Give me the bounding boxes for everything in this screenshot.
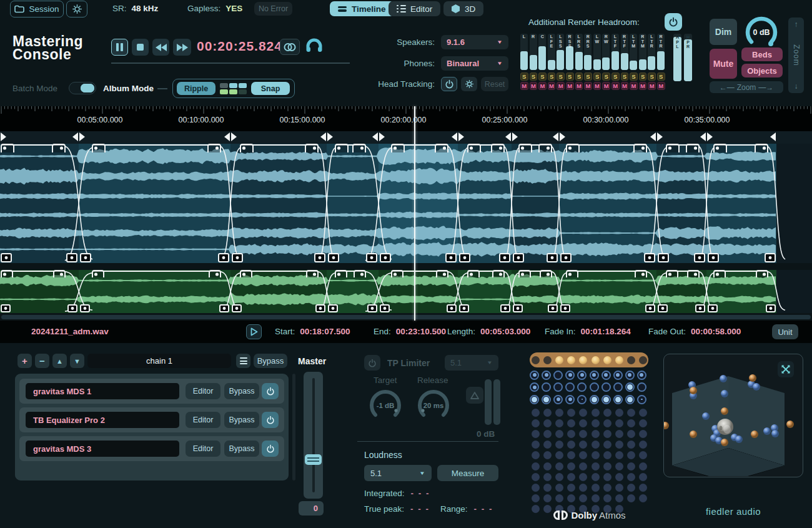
solo-button[interactable]: S: [648, 72, 656, 81]
solo-button[interactable]: S: [530, 72, 538, 81]
plugin-power-button[interactable]: [262, 412, 279, 428]
plugin-name[interactable]: gravitas MDS 3: [26, 441, 179, 457]
stop-button[interactable]: [132, 39, 149, 56]
unit-marker[interactable]: [505, 132, 518, 141]
timeline-ruler[interactable]: 00:05:00.00000:10:00.00000:15:00.00000:2…: [0, 106, 812, 131]
playhead[interactable]: [414, 106, 415, 321]
clip-filename[interactable]: 20241211_adm.wav: [31, 327, 109, 336]
pause-button[interactable]: [111, 39, 128, 56]
session-button[interactable]: Session: [10, 1, 64, 17]
chain-name-field[interactable]: chain 1: [87, 354, 231, 368]
ripple-button[interactable]: Ripple: [177, 82, 215, 95]
tab-3d[interactable]: 3D: [443, 1, 483, 16]
plugin-editor-button[interactable]: Editor: [186, 383, 220, 399]
limiter-character-button[interactable]: [466, 387, 483, 404]
tab-editor[interactable]: Editor: [389, 1, 440, 16]
clip-end-field[interactable]: End: 00:23:10.500: [374, 327, 446, 336]
unit-marker[interactable]: [320, 132, 333, 141]
clip-fade-out-field[interactable]: Fade Out: 00:00:58.000: [648, 327, 741, 336]
plugin-scrollbar[interactable]: [292, 374, 295, 481]
plugin-bypass-button[interactable]: Bypass: [224, 383, 259, 399]
target-knob[interactable]: -1 dB: [367, 388, 404, 423]
plugin-editor-button[interactable]: Editor: [186, 441, 220, 457]
snap-button[interactable]: Snap: [251, 82, 290, 95]
plugin-bypass-button[interactable]: Bypass: [224, 441, 259, 457]
head-tracking-reset-button[interactable]: Reset: [481, 77, 508, 91]
plugin-name[interactable]: TB Equalizer Pro 2: [26, 412, 179, 428]
clip-start-field[interactable]: Start: 00:18:07.500: [275, 327, 350, 336]
plugin-name[interactable]: gravitas MDS 1: [26, 383, 179, 399]
measure-button[interactable]: Measure: [437, 465, 498, 481]
clip-fade-in-field[interactable]: Fade In: 00:01:18.264: [545, 327, 631, 336]
solo-button[interactable]: S: [639, 72, 647, 81]
move-up-button[interactable]: ▲: [52, 354, 67, 368]
channel-link-button[interactable]: [280, 39, 300, 55]
mode-toggle[interactable]: [69, 82, 96, 94]
speakers-dropdown[interactable]: 9.1.6 ▼: [441, 35, 508, 49]
limiter-power-button[interactable]: [364, 355, 380, 371]
headroom-power-button[interactable]: [665, 13, 682, 31]
head-tracking-settings-button[interactable]: [461, 77, 477, 91]
plugin-editor-button[interactable]: Editor: [186, 412, 220, 428]
viewer-expand-button[interactable]: [778, 361, 794, 377]
solo-button[interactable]: S: [593, 72, 602, 81]
solo-button[interactable]: S: [611, 72, 620, 81]
mute-channel-button[interactable]: M: [530, 82, 538, 90]
unit-marker[interactable]: [452, 132, 464, 141]
mute-channel-button[interactable]: M: [611, 82, 620, 90]
unit-marker[interactable]: [770, 132, 776, 141]
solo-button[interactable]: S: [657, 72, 665, 81]
mute-channel-button[interactable]: M: [520, 82, 528, 90]
mute-channel-button[interactable]: M: [566, 82, 574, 90]
solo-button[interactable]: S: [621, 72, 629, 81]
solo-button[interactable]: S: [520, 72, 528, 81]
mute-channel-button[interactable]: M: [657, 82, 665, 90]
unit-marker[interactable]: [650, 132, 663, 141]
session-settings-button[interactable]: [66, 1, 87, 17]
clip-layout-icon[interactable]: [220, 83, 247, 94]
solo-button[interactable]: S: [548, 72, 556, 81]
mute-channel-button[interactable]: M: [575, 82, 583, 90]
mute-channel-button[interactable]: M: [602, 82, 610, 90]
timecode-display[interactable]: 00:20:25.824: [197, 39, 282, 54]
solo-button[interactable]: S: [575, 72, 583, 81]
dim-button[interactable]: Dim: [710, 19, 737, 45]
clip-play-button[interactable]: [246, 324, 262, 339]
print-waveform-track[interactable]: [0, 270, 812, 313]
master-value[interactable]: 0: [299, 501, 324, 516]
master-fader[interactable]: [304, 372, 323, 499]
solo-button[interactable]: S: [538, 72, 547, 81]
solo-button[interactable]: S: [602, 72, 610, 81]
beds-button[interactable]: Beds: [741, 47, 783, 61]
forward-button[interactable]: [173, 39, 191, 56]
zoom-vertical-control[interactable]: ↑ Zoom ↓: [788, 17, 804, 93]
unit-button[interactable]: Unit: [772, 324, 798, 339]
chain-menu-button[interactable]: [236, 354, 250, 368]
phones-dropdown[interactable]: Binaural ▼: [441, 56, 508, 71]
monitor-level-knob[interactable]: 0 dB: [743, 16, 780, 49]
solo-button[interactable]: S: [584, 72, 592, 81]
mute-channel-button[interactable]: M: [639, 82, 647, 90]
solo-button[interactable]: S: [630, 72, 638, 81]
mute-channel-button[interactable]: M: [538, 82, 547, 90]
fader-handle[interactable]: [305, 454, 322, 465]
solo-button[interactable]: S: [566, 72, 574, 81]
release-knob[interactable]: 20 ms: [415, 388, 452, 423]
tab-timeline[interactable]: Timeline: [330, 1, 394, 16]
clip-length-field[interactable]: Length: 00:05:03.000: [447, 327, 530, 336]
limiter-mode-dropdown[interactable]: 5.1 ▼: [445, 355, 498, 371]
mute-channel-button[interactable]: M: [557, 82, 565, 90]
unit-marker[interactable]: [72, 132, 85, 141]
timeline-scrollbar[interactable]: [1, 315, 811, 319]
unit-marker[interactable]: [700, 132, 713, 141]
unit-marker[interactable]: [1, 132, 6, 141]
mute-channel-button[interactable]: M: [630, 82, 638, 90]
plugin-bypass-button[interactable]: Bypass: [224, 412, 259, 428]
loudness-mode-dropdown[interactable]: 5.1 ▼: [364, 465, 432, 481]
head-tracking-power-button[interactable]: [441, 77, 457, 91]
add-plugin-button[interactable]: +: [17, 354, 32, 368]
mute-channel-button[interactable]: M: [593, 82, 602, 90]
mute-channel-button[interactable]: M: [648, 82, 656, 90]
rewind-button[interactable]: [152, 39, 169, 56]
plugin-power-button[interactable]: [262, 383, 279, 399]
